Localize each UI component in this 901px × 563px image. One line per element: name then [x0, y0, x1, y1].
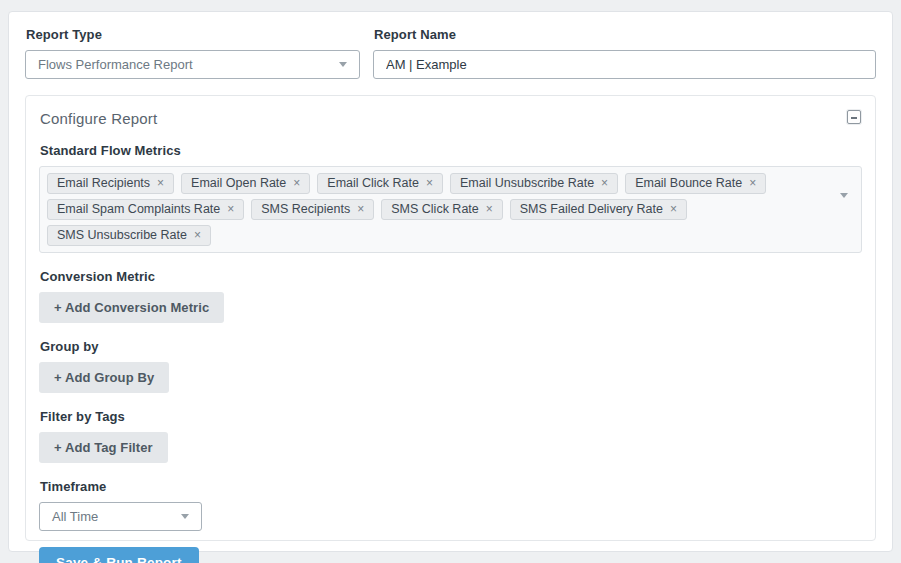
metric-tag-label: SMS Recipients [261, 202, 350, 216]
timeframe-select[interactable]: All Time [39, 502, 202, 531]
metric-tag-label: SMS Failed Delivery Rate [520, 202, 663, 216]
filter-by-tags-section: Filter by Tags + Add Tag Filter [39, 409, 862, 463]
metric-tag[interactable]: Email Bounce Rate × [625, 173, 766, 194]
panel-header: Configure Report [39, 108, 862, 127]
report-name-input[interactable] [373, 50, 876, 79]
conversion-metric-section: Conversion Metric + Add Conversion Metri… [39, 269, 862, 323]
metric-tag-label: Email Spam Complaints Rate [57, 202, 220, 216]
remove-tag-icon[interactable]: × [293, 177, 300, 189]
add-conversion-metric-button[interactable]: + Add Conversion Metric [39, 292, 224, 323]
chevron-down-icon [181, 514, 189, 519]
group-by-label: Group by [40, 339, 862, 354]
collapse-panel-button[interactable] [847, 110, 861, 124]
remove-tag-icon[interactable]: × [426, 177, 433, 189]
report-type-field: Report Type Flows Performance Report [25, 24, 360, 79]
metric-tag-label: Email Unsubscribe Rate [460, 176, 594, 190]
timeframe-value: All Time [52, 509, 98, 524]
remove-tag-icon[interactable]: × [601, 177, 608, 189]
remove-tag-icon[interactable]: × [749, 177, 756, 189]
group-by-section: Group by + Add Group By [39, 339, 862, 393]
report-name-field: Report Name [373, 24, 876, 79]
metric-tag-label: Email Recipients [57, 176, 150, 190]
metric-tag-label: Email Bounce Rate [635, 176, 742, 190]
metric-tag[interactable]: SMS Unsubscribe Rate × [47, 225, 211, 246]
report-meta-row: Report Type Flows Performance Report Rep… [25, 24, 876, 79]
add-tag-filter-button[interactable]: + Add Tag Filter [39, 432, 168, 463]
filter-by-tags-label: Filter by Tags [40, 409, 862, 424]
standard-flow-metrics-section: Standard Flow Metrics Email Recipients ×… [39, 143, 862, 253]
metric-tag[interactable]: SMS Recipients × [251, 199, 374, 220]
report-name-label: Report Name [374, 27, 876, 42]
remove-tag-icon[interactable]: × [486, 203, 493, 215]
metric-tag[interactable]: Email Unsubscribe Rate × [450, 173, 618, 194]
remove-tag-icon[interactable]: × [670, 203, 677, 215]
remove-tag-icon[interactable]: × [357, 203, 364, 215]
remove-tag-icon[interactable]: × [194, 229, 201, 241]
chevron-down-icon[interactable] [840, 193, 848, 198]
save-and-run-report-button[interactable]: Save & Run Report [39, 547, 199, 563]
timeframe-label: Timeframe [40, 479, 862, 494]
timeframe-section: Timeframe All Time [39, 479, 862, 531]
add-group-by-button[interactable]: + Add Group By [39, 362, 169, 393]
metric-tag-label: Email Click Rate [327, 176, 419, 190]
configure-report-panel: Configure Report Standard Flow Metrics E… [25, 95, 876, 541]
metric-tag-label: SMS Unsubscribe Rate [57, 228, 187, 242]
report-type-value: Flows Performance Report [38, 57, 193, 72]
metric-tag[interactable]: SMS Failed Delivery Rate × [510, 199, 687, 220]
conversion-metric-label: Conversion Metric [40, 269, 862, 284]
remove-tag-icon[interactable]: × [227, 203, 234, 215]
remove-tag-icon[interactable]: × [157, 177, 164, 189]
metric-tag[interactable]: Email Spam Complaints Rate × [47, 199, 244, 220]
minus-square-icon [847, 110, 861, 124]
metric-tag-label: SMS Click Rate [391, 202, 479, 216]
metric-tag[interactable]: SMS Click Rate × [381, 199, 503, 220]
report-type-label: Report Type [26, 27, 360, 42]
metric-tag[interactable]: Email Open Rate × [181, 173, 310, 194]
metric-tag-label: Email Open Rate [191, 176, 286, 190]
metric-tag[interactable]: Email Recipients × [47, 173, 174, 194]
standard-flow-metrics-label: Standard Flow Metrics [40, 143, 862, 158]
report-builder-card: Report Type Flows Performance Report Rep… [8, 11, 893, 552]
chevron-down-icon [339, 62, 347, 67]
panel-title: Configure Report [40, 110, 157, 127]
metric-tag[interactable]: Email Click Rate × [317, 173, 443, 194]
report-type-select[interactable]: Flows Performance Report [25, 50, 360, 79]
flow-metrics-multiselect[interactable]: Email Recipients × Email Open Rate × Ema… [39, 166, 862, 253]
